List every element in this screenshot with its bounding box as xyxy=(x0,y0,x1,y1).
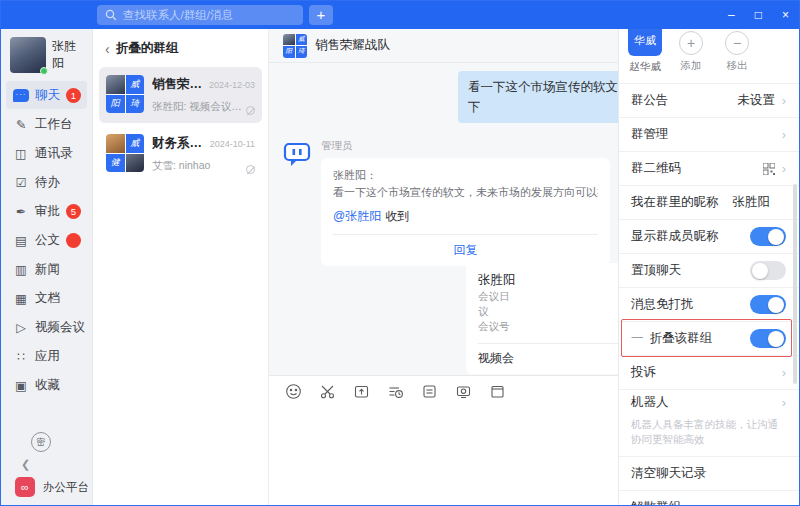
search-placeholder: 查找联系人/群组/消息 xyxy=(123,8,233,23)
sidebar-item-contacts[interactable]: ◫ 通讯录 xyxy=(6,139,87,167)
emoji-icon[interactable] xyxy=(285,383,302,400)
sidebar-item-todo[interactable]: ☑ 待办 xyxy=(6,168,87,196)
group-title: 销售荣耀战队 xyxy=(152,76,205,93)
composer-toolbar xyxy=(269,376,618,400)
chat-title: 销售荣耀战队 xyxy=(315,37,390,54)
group-avatar: 威 阳 琦 xyxy=(106,75,144,113)
add-member-button[interactable]: + xyxy=(679,31,703,55)
approval-badge: 5 xyxy=(66,204,81,219)
show-nicknames-toggle[interactable] xyxy=(750,227,786,246)
composer xyxy=(269,375,618,505)
group-list-title: 折叠的群组 xyxy=(116,40,179,57)
row-dissolve-group[interactable]: 解散群组 xyxy=(619,490,799,505)
user-profile: 张胜阳 xyxy=(1,29,92,79)
app-window: 查找联系人/群组/消息 + – □ × 张胜阳 ··· 聊天 1 ✎ 工作台 ◫ xyxy=(0,0,800,506)
create-button[interactable]: + xyxy=(309,5,333,25)
nickname-value: 张胜阳 xyxy=(733,194,771,211)
chevron-right-icon: › xyxy=(782,161,786,176)
group-list: ‹ 折叠的群组 威 阳 琦 销售荣耀战队 2024-12-03 张胜阳: 视频会… xyxy=(93,29,269,505)
close-button[interactable]: × xyxy=(782,9,789,21)
new-window-icon[interactable] xyxy=(489,383,506,400)
group-list-item-finance[interactable]: 威 健 财务系统建设群 2024-10-11 艾雪: ninhao xyxy=(99,126,262,182)
row-group-qrcode[interactable]: 群二维码 › xyxy=(619,151,799,185)
title-bar: 查找联系人/群组/消息 + – □ × xyxy=(1,1,799,29)
sidebar-item-news[interactable]: ▥ 新闻 xyxy=(6,255,87,283)
group-date: 2024-10-11 xyxy=(210,139,255,149)
row-robot[interactable]: 机器人 › xyxy=(619,389,799,415)
pin-chat-toggle[interactable] xyxy=(750,261,786,280)
screenshot-icon[interactable] xyxy=(319,383,336,400)
quote-name: 张胜阳： xyxy=(333,167,598,184)
row-group-announcement[interactable]: 群公告 未设置 › xyxy=(619,83,799,117)
docs-icon: ▦ xyxy=(13,291,29,306)
chat-area: 威 阳 琦 销售荣耀战队 看一下这个市场宣传的软文，未来市场的发展方向可以提前规… xyxy=(269,29,618,505)
robot-description: 机器人具备丰富的技能，让沟通协同更智能高效 xyxy=(619,415,799,456)
send-file-icon[interactable] xyxy=(353,383,370,400)
message-input[interactable] xyxy=(269,408,618,505)
announcement-value: 未设置 xyxy=(737,92,775,109)
group-settings-panel: 华威 赵华威 + 添加 − 移出 群公告 未设置 › 群管理 › xyxy=(618,29,799,505)
admin-avatar-icon[interactable] xyxy=(282,139,312,169)
user-avatar[interactable] xyxy=(10,37,46,73)
group-title: 财务系统建设群 xyxy=(152,135,206,152)
sidebar-item-chat[interactable]: ··· 聊天 1 xyxy=(6,81,87,109)
official-doc-icon: ▤ xyxy=(13,233,29,248)
sidebar-item-approval[interactable]: ✒ 审批 5 xyxy=(6,197,87,225)
qr-code-icon xyxy=(763,163,775,175)
sidebar-item-docs[interactable]: ▦ 文档 xyxy=(6,284,87,312)
admin-message: 管理员 张胜阳： 看一下这个市场宣传的软文，未来市场的发展方向可以提前规划下 @… xyxy=(282,139,610,266)
apps-icon: ∷ xyxy=(13,349,29,364)
video-meeting-icon: ▷ xyxy=(13,320,29,335)
remove-member-button[interactable]: − xyxy=(725,31,749,55)
row-collapse-group[interactable]: 一 折叠该群组 xyxy=(619,321,799,355)
dash-mark: 一 xyxy=(631,330,644,347)
secret-chat-icon[interactable]: 密 xyxy=(31,432,51,452)
collapse-group-toggle[interactable] xyxy=(750,329,786,348)
outgoing-message-bubble: 看一下这个市场宣传的软文，未来市场的发展方向可以提前规划下 xyxy=(458,71,618,123)
row-clear-history[interactable]: 清空聊天记录 xyxy=(619,456,799,490)
favorites-icon: ▣ xyxy=(13,378,29,393)
message-card-icon[interactable] xyxy=(421,383,438,400)
group-list-item-sales[interactable]: 威 阳 琦 销售荣耀战队 2024-12-03 张胜阳: 视频会议邀请 xyxy=(99,67,262,123)
row-complaint[interactable]: 投诉 › xyxy=(619,355,799,389)
back-icon[interactable]: ‹ xyxy=(105,42,110,56)
meeting-card-action[interactable]: 视频会 xyxy=(478,344,618,367)
office-platform-icon: ∞ xyxy=(15,477,35,497)
search-input[interactable]: 查找联系人/群组/消息 xyxy=(97,5,303,25)
office-platform[interactable]: ∞ 办公平台 xyxy=(15,477,92,497)
chevron-right-icon: › xyxy=(782,93,786,108)
chat-group-avatar[interactable]: 威 阳 琦 xyxy=(283,34,307,58)
row-show-nicknames[interactable]: 显示群成员昵称 xyxy=(619,219,799,253)
sidebar-item-official-doc[interactable]: ▤ 公文 xyxy=(6,226,87,254)
sidebar-item-video-meeting[interactable]: ▷ 视频会议 xyxy=(6,313,87,341)
meeting-invite-card[interactable]: 张胜阳 会议日 议 会议号 视频会 xyxy=(466,263,618,374)
sidebar: 张胜阳 ··· 聊天 1 ✎ 工作台 ◫ 通讯录 ☑ 待办 ✒ 审批 xyxy=(1,29,93,505)
office-platform-label: 办公平台 xyxy=(43,480,89,495)
mute-icon xyxy=(246,165,255,174)
settings-rows: 群公告 未设置 › 群管理 › 群二维码 › 我在群里的昵称 张胜阳 显 xyxy=(619,83,799,505)
row-pin-chat[interactable]: 置顶聊天 xyxy=(619,253,799,287)
collapse-sidebar-icon[interactable]: ❮ xyxy=(21,458,35,471)
row-group-management[interactable]: 群管理 › xyxy=(619,117,799,151)
search-icon xyxy=(105,9,117,21)
maximize-button[interactable]: □ xyxy=(755,9,762,21)
sidebar-footer: 密 ❮ ∞ 办公平台 xyxy=(1,432,92,497)
mention-link[interactable]: @张胜阳 xyxy=(333,209,381,223)
sidebar-item-workbench[interactable]: ✎ 工作台 xyxy=(6,110,87,138)
reply-button[interactable]: 回复 xyxy=(333,235,598,259)
minimize-button[interactable]: – xyxy=(728,9,735,21)
row-mute-notifications[interactable]: 消息免打扰 xyxy=(619,287,799,321)
mute-toggle[interactable] xyxy=(750,295,786,314)
row-my-nickname[interactable]: 我在群里的昵称 张胜阳 xyxy=(619,185,799,219)
chat-history-icon[interactable] xyxy=(387,383,404,400)
remote-assist-icon[interactable] xyxy=(455,383,472,400)
mention-suffix: 收到 xyxy=(385,209,409,223)
sidebar-item-apps[interactable]: ∷ 应用 xyxy=(6,342,87,370)
member-avatar[interactable]: 华威 xyxy=(628,29,662,56)
message-list: 看一下这个市场宣传的软文，未来市场的发展方向可以提前规划下 管理员 张胜阳： 看… xyxy=(269,63,618,375)
meeting-card-title: 张胜阳 xyxy=(478,271,618,289)
admin-sender-name: 管理员 xyxy=(321,139,610,153)
chevron-right-icon: › xyxy=(782,395,786,410)
sidebar-item-favorites[interactable]: ▣ 收藏 xyxy=(6,371,87,399)
panel-scrollbar[interactable] xyxy=(793,184,797,384)
